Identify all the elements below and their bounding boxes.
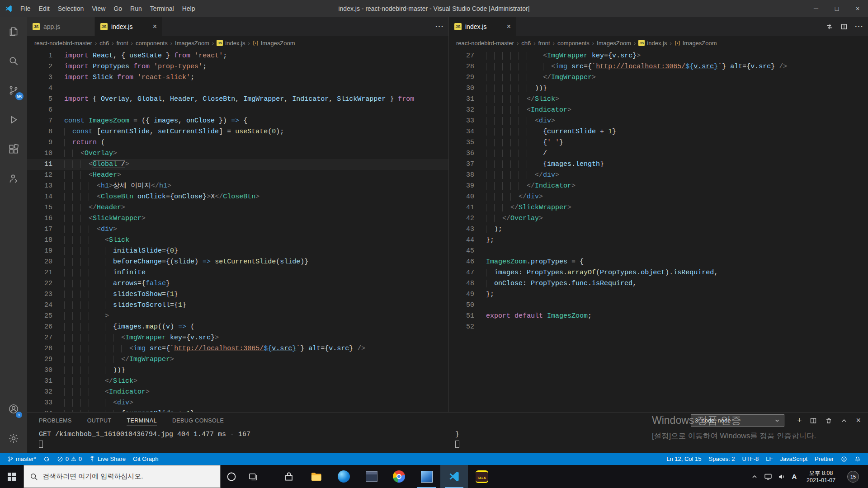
minimize-button[interactable]: ─ [806, 0, 826, 17]
code-line-32[interactable]: 32 <Indicator> [449, 105, 868, 116]
code-line-30[interactable]: 30 ))} [449, 83, 868, 94]
panel-tab-problems[interactable]: PROBLEMS [39, 413, 72, 429]
code-line-18[interactable]: 18 <Slick [27, 235, 448, 246]
menu-help[interactable]: Help [178, 0, 199, 17]
breadcrumb-item[interactable]: ch6 [521, 40, 531, 47]
tray-volume-button[interactable] [775, 465, 788, 488]
status-problems[interactable]: 0 ⚠ 0 [53, 453, 85, 465]
tray-monitor-button[interactable] [761, 465, 775, 488]
menu-edit[interactable]: Edit [35, 0, 54, 17]
new-terminal-button[interactable]: + [797, 416, 802, 425]
code-line-34[interactable]: 34 {currentSlide + 1} [449, 127, 868, 137]
terminal-picker[interactable]: 3: node, node [691, 414, 784, 427]
breadcrumb-item[interactable]: components [557, 40, 590, 47]
menu-terminal[interactable]: Terminal [146, 0, 178, 17]
code-line-32[interactable]: 32 <Indicator> [27, 387, 448, 398]
code-line-26[interactable]: 26 {images.map((v) => ( [27, 322, 448, 333]
code-line-7[interactable]: 7const ImagesZoom = ({ images, onClose }… [27, 116, 448, 127]
taskbar-photos[interactable] [413, 465, 440, 488]
code-line-29[interactable]: 29 </ImgWrapper> [449, 72, 868, 83]
code-line-43[interactable]: 43 ); [449, 224, 868, 235]
status-sync[interactable] [40, 453, 53, 465]
clock[interactable]: 오후 8:08 2021-01-07 [800, 469, 842, 484]
status-eol[interactable]: LF [762, 453, 776, 465]
taskbar-chrome[interactable] [385, 465, 413, 488]
code-line-12[interactable]: 12 <Header> [27, 170, 448, 181]
panel-tab-terminal[interactable]: TERMINAL [127, 413, 156, 429]
panel-tab-output[interactable]: OUTPUT [87, 413, 112, 429]
code-line-33[interactable]: 33 <div> [449, 116, 868, 127]
ime-indicator[interactable]: A [788, 473, 800, 480]
breadcrumb-item[interactable]: JSindex.js [638, 40, 667, 47]
split-editor-icon[interactable] [840, 23, 848, 30]
more-actions-icon[interactable]: ··· [855, 23, 863, 31]
code-line-25[interactable]: 25 > [27, 311, 448, 322]
code-line-40[interactable]: 40 </div> [449, 192, 868, 202]
code-line-31[interactable]: 31 </Slick> [27, 376, 448, 387]
task-view-button[interactable] [242, 465, 264, 488]
status-encoding[interactable]: UTF-8 [738, 453, 762, 465]
code-line-23[interactable]: 23 slidesToShow={1} [27, 289, 448, 300]
taskbar-vscode[interactable] [440, 465, 468, 488]
code-line-11[interactable]: 11 <Global /> [27, 159, 448, 170]
breadcrumb-item[interactable]: ch6 [99, 40, 109, 47]
taskbar-file-explorer[interactable] [302, 465, 330, 488]
maximize-button[interactable]: □ [826, 0, 847, 17]
code-line-10[interactable]: 10 <Overlay> [27, 148, 448, 159]
breadcrumb-item[interactable]: ImagesZoom [597, 40, 631, 47]
code-line-49[interactable]: 49}; [449, 289, 868, 300]
taskbar-kakaotalk[interactable]: TALK [468, 465, 495, 488]
code-line-33[interactable]: 33 <div> [27, 398, 448, 408]
breadcrumb-item[interactable]: ImagesZoom [675, 40, 717, 47]
status-feedback[interactable] [837, 453, 851, 465]
open-changes-icon[interactable] [826, 23, 833, 30]
status-language[interactable]: JavaScript [776, 453, 811, 465]
tab-index.js[interactable]: JSindex.js× [449, 17, 517, 36]
code-line-38[interactable]: 38 </div> [449, 170, 868, 181]
breadcrumb-item[interactable]: react-nodebird-master [456, 40, 514, 47]
tab-app.js[interactable]: JSapp.js [27, 17, 95, 36]
breadcrumb-item[interactable]: front [538, 40, 550, 47]
close-panel-button[interactable]: × [856, 416, 861, 425]
activity-live-share[interactable] [0, 164, 27, 193]
breadcrumb-item[interactable]: react-nodebird-master [34, 40, 92, 47]
code-line-14[interactable]: 14 <CloseBtn onClick={onClose}>X</CloseB… [27, 192, 448, 202]
maximize-panel-button[interactable] [840, 417, 848, 424]
code-line-8[interactable]: 8 const [currentSlide, setCurrentSlide] … [27, 127, 448, 137]
menu-run[interactable]: Run [126, 0, 146, 17]
code-line-47[interactable]: 47 images: PropTypes.arrayOf(PropTypes.o… [449, 267, 868, 278]
code-line-13[interactable]: 13 <h1>상세 이미지</h1> [27, 181, 448, 192]
code-line-27[interactable]: 27 <ImgWrapper key={v.src}> [27, 333, 448, 343]
more-actions-icon[interactable]: ··· [435, 23, 444, 31]
editor-code-left[interactable]: 1import React, { useState } from 'react'… [27, 50, 448, 412]
status-indentation[interactable]: Spaces: 2 [705, 453, 739, 465]
menu-view[interactable]: View [88, 0, 109, 17]
menu-selection[interactable]: Selection [54, 0, 88, 17]
code-line-24[interactable]: 24 slidesToScroll={1} [27, 300, 448, 311]
code-line-17[interactable]: 17 <div> [27, 224, 448, 235]
code-line-3[interactable]: 3import Slick from 'react-slick'; [27, 72, 448, 83]
activity-extensions[interactable] [0, 134, 27, 164]
close-button[interactable]: × [847, 0, 868, 17]
status-cursor-position[interactable]: Ln 12, Col 15 [663, 453, 705, 465]
code-line-20[interactable]: 20 beforeChange={(slide) => setCurrentSl… [27, 257, 448, 267]
code-line-50[interactable]: 50 [449, 300, 868, 311]
split-terminal-button[interactable] [810, 417, 817, 424]
status-formatter[interactable]: Prettier [811, 453, 837, 465]
breadcrumb-item[interactable]: components [136, 40, 168, 47]
status-git-graph[interactable]: Git Graph [129, 453, 162, 465]
code-line-45[interactable]: 45 [449, 246, 868, 257]
taskbar-store[interactable] [275, 465, 302, 488]
code-line-28[interactable]: 28 <img src={`http://localhost:3065/${v.… [449, 61, 868, 72]
code-line-35[interactable]: 35 {' '} [449, 137, 868, 148]
code-line-1[interactable]: 1import React, { useState } from 'react'… [27, 51, 448, 61]
start-button[interactable] [0, 465, 24, 488]
code-line-6[interactable]: 6 [27, 105, 448, 116]
code-line-36[interactable]: 36 / [449, 148, 868, 159]
code-line-31[interactable]: 31 </Slick> [449, 94, 868, 105]
menu-file[interactable]: File [16, 0, 35, 17]
search-box[interactable]: 검색하려면 여기에 입력하십시오. [24, 465, 221, 488]
code-line-29[interactable]: 29 </ImgWrapper> [27, 354, 448, 365]
code-line-4[interactable]: 4 [27, 83, 448, 94]
cortana-button[interactable] [221, 465, 242, 488]
